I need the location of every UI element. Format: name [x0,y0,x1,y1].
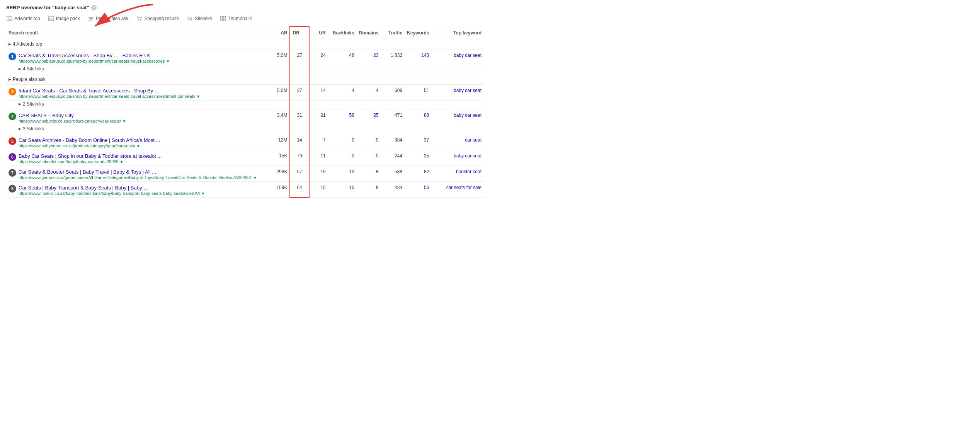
result-url: https://www.babyboom.co.za/product-categ… [19,143,160,148]
ar-value: 5.0M [266,49,290,65]
help-icon[interactable]: ? [91,5,97,10]
keywords-value: 25 [405,150,431,166]
backlinks-value: 4 [328,85,357,101]
domains-value: 25 [357,109,381,125]
ar-value: 3.4M [266,109,290,125]
filter-sitelinks[interactable]: Sitelinks [187,14,212,23]
result-title-cell: 7 Car Seats & Booster Seats | Baby Trave… [6,166,266,182]
dropdown-arrow[interactable]: ▼ [122,119,126,123]
result-row: 4 CAR SEATS – Baby City https://www.baby… [6,109,484,125]
sitelinks-row: 2 Sitelinks [6,101,484,109]
rank-badge: 7 [9,169,16,177]
domains-value: 4 [357,85,381,101]
svg-point-8 [140,20,141,20]
serp-table: Search result AR DR UR Backlinks Domains… [6,26,484,198]
result-title-link[interactable]: Car Seats | Baby Transport & Baby Seats … [19,185,205,191]
section-label-cell: People also ask [6,74,266,85]
col-header-backlinks: Backlinks [328,27,357,39]
dropdown-arrow[interactable]: ▼ [136,144,140,148]
domains-value: 0 [357,134,381,150]
rank-badge: 5 [9,137,16,145]
result-title-link[interactable]: Car Seats & Booster Seats | Baby Travel … [19,169,257,175]
ur-value: 24 [309,49,328,65]
filter-image-pack[interactable]: Image pack [48,14,80,23]
ar-value: 15K [266,150,290,166]
domains-value: 8 [357,166,381,182]
traffic-value: 384 [381,134,405,150]
expandable-section[interactable]: People also ask [9,77,264,82]
sitelinks-cell: 4 Sitelinks [6,65,266,74]
result-url: https://www.babycity.co.za/product-categ… [19,119,126,123]
backlinks-value: 0 [328,134,357,150]
result-title-cell: 3 Infant Car Seats - Car Seats & Travel … [6,85,266,101]
result-row: 7 Car Seats & Booster Seats | Baby Trave… [6,166,484,182]
dr-value: 27 [290,85,309,101]
result-title-cell: 4 CAR SEATS – Baby City https://www.baby… [6,109,266,125]
filter-people-also-ask[interactable]: People also ask [88,14,129,23]
keywords-value: 88 [405,109,431,125]
keywords-value: 82 [405,166,431,182]
backlinks-value: 12 [328,166,357,182]
col-header-dr: DR [290,27,309,39]
section-row: 4 Adwords top [6,39,484,49]
domains-value: 8 [357,182,381,198]
sitelinks-cell: 2 Sitelinks [6,101,266,109]
shopping-icon [136,16,142,21]
svg-rect-10 [223,16,226,18]
dropdown-arrow[interactable]: ▼ [201,191,205,196]
traffic-value: 471 [381,109,405,125]
rank-badge: 1 [9,53,16,60]
ur-value: 15 [309,182,328,198]
result-title-link[interactable]: Car Seats & Travel Accessories - Shop By… [19,53,170,58]
dr-cell [290,39,309,49]
dropdown-arrow[interactable]: ▼ [253,176,257,180]
ur-value: 11 [309,150,328,166]
ar-value: 5.0M [266,85,290,101]
keywords-value: 37 [405,134,431,150]
traffic-value: 244 [381,150,405,166]
sitelinks-expandable[interactable]: 3 Sitelinks [19,126,264,131]
dr-value: 64 [290,182,309,198]
svg-text:AD: AD [8,17,12,20]
filter-thumbnails[interactable]: Thumbnails [220,14,252,23]
col-header-ur: UR [309,27,328,39]
dr-cell-sitelinks [290,65,309,74]
dropdown-arrow[interactable]: ▼ [196,94,200,99]
result-url: https://www.babiesrus.co.za/shop-by-depa… [19,94,200,99]
svg-point-7 [138,20,139,20]
traffic-value: 434 [381,182,405,198]
sitelinks-expandable[interactable]: 2 Sitelinks [19,101,264,107]
filter-adwords-top[interactable]: AD Adwords top [6,14,40,23]
top-keyword-value: car seats for sale [431,182,484,198]
result-title-link[interactable]: Infant Car Seats - Car Seats & Travel Ac… [19,88,200,94]
expandable-section[interactable]: 4 Adwords top [9,41,264,47]
result-url: https://www.game.co.za/game-za/en/All-Ga… [19,175,257,180]
result-title-link[interactable]: Baby Car Seats | Shop in our Baby & Todd… [19,153,162,159]
result-title-link[interactable]: Car Seats Archives - Baby Boom Online | … [19,137,160,143]
result-title-cell: 5 Car Seats Archives - Baby Boom Online … [6,134,266,150]
keywords-value: 51 [405,85,431,101]
result-row: 6 Baby Car Seats | Shop in our Baby & To… [6,150,484,166]
section-label-cell: 4 Adwords top [6,39,266,49]
result-title-link[interactable]: CAR SEATS – Baby City [19,113,126,118]
filter-shopping-results[interactable]: Shopping results [136,14,179,23]
col-header-search-result: Search result [6,27,266,39]
traffic-value: 1,832 [381,49,405,65]
svg-point-6 [91,17,93,19]
col-header-domains: Domains [357,27,381,39]
sitelinks-expandable[interactable]: 4 Sitelinks [19,66,264,72]
top-keyword-value: car seat [431,134,484,150]
col-header-ar: AR [266,27,290,39]
result-row: 3 Infant Car Seats - Car Seats & Travel … [6,85,484,101]
result-title-cell: 6 Baby Car Seats | Shop in our Baby & To… [6,150,266,166]
result-url: https://www.takealot.com/baby/baby-car-s… [19,159,162,164]
keywords-value: 143 [405,49,431,65]
sitelinks-row: 4 Sitelinks [6,65,484,74]
dropdown-arrow[interactable]: ▼ [166,59,170,63]
backlinks-value: 56 [328,109,357,125]
result-url: https://www.makro.co.za/baby-toddlers-ki… [19,191,205,196]
dr-value: 27 [290,49,309,65]
result-url: https://www.babiesrus.co.za/shop-by-depa… [19,59,170,63]
dropdown-arrow[interactable]: ▼ [120,160,124,164]
rank-badge: 6 [9,153,16,161]
